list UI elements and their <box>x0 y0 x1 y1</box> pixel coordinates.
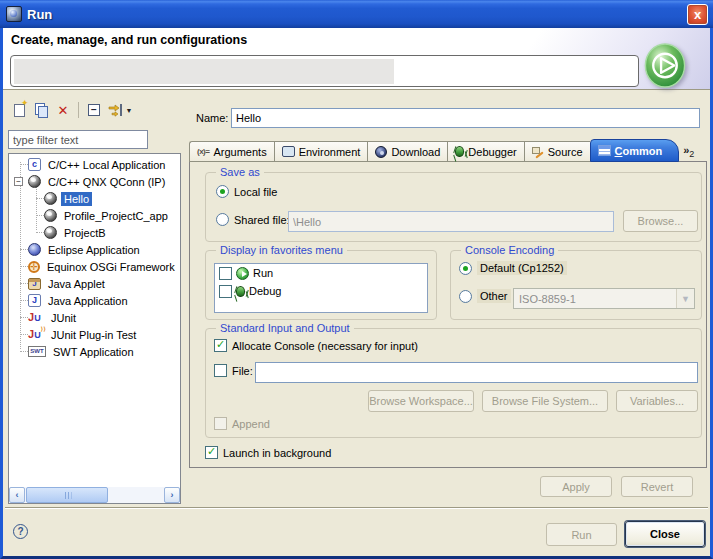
qconn-icon <box>44 192 57 205</box>
tree-item-eclipse-application[interactable]: Eclipse Application <box>9 241 180 258</box>
browse-shared-button[interactable]: Browse... <box>623 210 698 232</box>
combo-dropdown-icon[interactable]: ▼ <box>676 289 694 308</box>
append-option[interactable]: Append <box>214 417 270 430</box>
launch-background-option[interactable]: Launch in background <box>205 446 331 459</box>
run-dialog: Run x Create, manage, and run configurat… <box>0 0 713 559</box>
java-application-icon: J <box>28 294 41 307</box>
file-checkbox[interactable] <box>214 364 227 377</box>
scroll-right-icon[interactable]: › <box>164 487 180 503</box>
collapse-expander-icon[interactable]: − <box>14 177 23 186</box>
apply-button[interactable]: Apply <box>540 476 612 497</box>
scroll-left-icon[interactable]: ‹ <box>9 487 25 503</box>
tab-overflow-chevron[interactable]: »2 <box>683 145 694 159</box>
new-configuration-icon[interactable] <box>8 100 30 120</box>
favorites-list[interactable]: Run Debug <box>214 263 428 313</box>
download-icon <box>375 146 387 158</box>
run-icon <box>236 267 249 280</box>
junit-plugin-icon: JU <box>28 328 44 341</box>
tree-item-java-application[interactable]: JJava Application <box>9 292 180 309</box>
tree-item-projectb[interactable]: ProjectB <box>9 224 180 241</box>
encoding-default-radio[interactable] <box>459 262 472 275</box>
shared-file-radio[interactable] <box>216 213 229 226</box>
tab-arguments[interactable]: (x)=Arguments <box>189 141 274 162</box>
name-label: Name: <box>196 112 228 124</box>
encoding-default-option[interactable]: Default (Cp1252) <box>459 261 567 275</box>
environment-icon <box>282 146 295 157</box>
window-title: Run <box>27 7 52 22</box>
encoding-other-option[interactable]: Other <box>459 289 511 303</box>
tree-item-junit-plugin[interactable]: JUJUnit Plug-in Test <box>9 326 180 343</box>
shared-file-option[interactable]: Shared file: <box>216 213 290 226</box>
run-button[interactable]: Run <box>546 523 617 546</box>
favorites-group: Display in favorites menu Run Debug <box>205 250 437 320</box>
filter-icon[interactable]: ▼ <box>105 100 135 120</box>
qconn-icon <box>44 226 57 239</box>
title-bar[interactable]: Run x <box>0 0 713 28</box>
header-banner: Create, manage, and run configurations <box>3 28 710 90</box>
allocate-console-option[interactable]: Allocate Console (necessary for input) <box>214 339 418 352</box>
message-area <box>10 55 639 87</box>
tree-toolbar: ✕ − ▼ <box>8 99 135 121</box>
tree-item-hello[interactable]: Hello <box>9 190 180 207</box>
tree-item-junit[interactable]: JUJUnit <box>9 309 180 326</box>
favorite-run-checkbox[interactable] <box>219 267 232 280</box>
encoding-combo[interactable]: ISO-8859-1 ▼ <box>513 288 695 309</box>
qconn-icon <box>44 209 57 222</box>
tree-horizontal-scrollbar[interactable]: ‹ › <box>9 487 180 503</box>
close-button[interactable]: Close <box>625 521 705 547</box>
tree-item-cpp-local[interactable]: cC/C++ Local Application <box>9 156 180 173</box>
file-input[interactable] <box>255 362 698 383</box>
tab-common[interactable]: Common <box>590 139 680 162</box>
local-file-radio[interactable] <box>216 185 229 198</box>
shared-file-input[interactable] <box>288 211 614 232</box>
configurations-tree[interactable]: cC/C++ Local Application −C/C++ QNX QCon… <box>8 153 181 504</box>
tab-download[interactable]: Download <box>367 141 447 162</box>
filter-input[interactable] <box>8 130 148 149</box>
tree-item-swt-application[interactable]: SWTSWT Application <box>9 343 180 360</box>
revert-button[interactable]: Revert <box>621 476 693 497</box>
variables-button[interactable]: Variables... <box>616 390 698 412</box>
launch-background-checkbox[interactable] <box>205 446 218 459</box>
source-icon <box>532 146 544 158</box>
footer-separator <box>5 507 708 509</box>
close-icon[interactable]: x <box>687 4 708 25</box>
stdio-title: Standard Input and Output <box>216 322 354 334</box>
favorite-debug-row[interactable]: Debug <box>215 282 427 300</box>
tree-item-profile-projectc[interactable]: Profile_ProjectC_app <box>9 207 180 224</box>
tree-item-java-applet[interactable]: JJava Applet <box>9 275 180 292</box>
tree-item-qnx-qconn[interactable]: −C/C++ QNX QConn (IP) <box>9 173 180 190</box>
browse-filesystem-button[interactable]: Browse File System... <box>482 390 608 412</box>
collapse-all-icon[interactable]: − <box>83 100 105 120</box>
favorite-debug-checkbox[interactable] <box>219 285 232 298</box>
favorite-run-row[interactable]: Run <box>215 264 427 282</box>
tab-bar: (x)=Arguments Environment Download Debug… <box>189 139 694 162</box>
allocate-console-checkbox[interactable] <box>214 339 227 352</box>
console-encoding-title: Console Encoding <box>461 244 558 256</box>
name-input[interactable] <box>231 108 700 128</box>
tab-debugger[interactable]: Debugger <box>447 141 523 162</box>
arguments-icon: (x)= <box>197 147 209 156</box>
page-title: Create, manage, and run configurations <box>11 33 247 47</box>
encoding-other-radio[interactable] <box>459 290 472 303</box>
tree-item-equinox[interactable]: ✛Equinox OSGi Framework <box>9 258 180 275</box>
equinox-icon: ✛ <box>28 261 40 273</box>
help-icon[interactable]: ? <box>13 524 28 539</box>
file-option[interactable]: File: <box>214 364 253 377</box>
save-as-title: Save as <box>216 166 264 178</box>
tab-source[interactable]: Source <box>524 141 590 162</box>
stdio-group: Standard Input and Output Allocate Conso… <box>205 328 702 438</box>
scrollbar-thumb[interactable] <box>26 487 108 503</box>
common-table-icon <box>598 145 611 156</box>
eclipse-icon <box>28 243 41 256</box>
common-tab-pane: Save as Local file Shared file: Browse..… <box>189 161 707 468</box>
java-applet-icon: J <box>28 278 41 290</box>
append-checkbox[interactable] <box>214 417 227 430</box>
duplicate-configuration-icon[interactable] <box>30 100 52 120</box>
browse-workspace-button[interactable]: Browse Workspace... <box>368 390 474 412</box>
redacted-message <box>14 59 394 84</box>
delete-configuration-icon[interactable]: ✕ <box>52 100 74 120</box>
debugger-bug-icon <box>455 146 464 157</box>
local-file-option[interactable]: Local file <box>216 185 277 198</box>
debug-bug-icon <box>236 286 245 297</box>
tab-environment[interactable]: Environment <box>274 141 368 162</box>
